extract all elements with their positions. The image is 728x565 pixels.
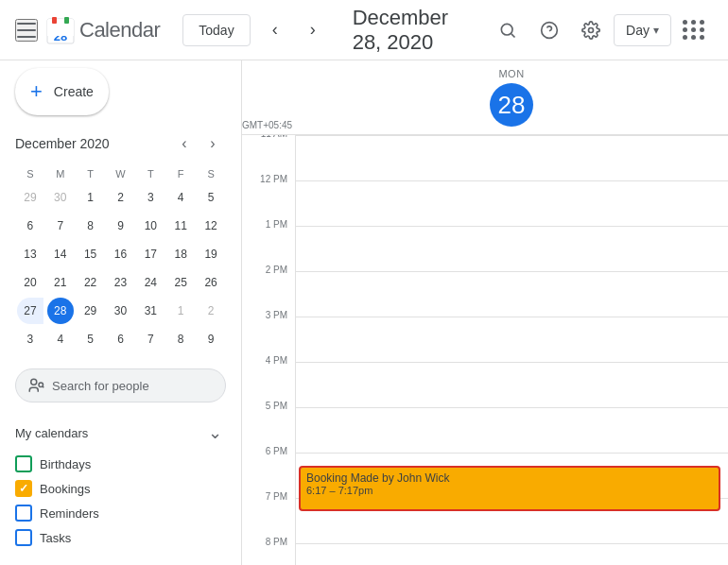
mini-cal-day-header: T [135,164,165,183]
my-calendars-header[interactable]: My calendars ⌄ [15,421,226,444]
bookings-checkbox[interactable]: ✓ [15,480,32,497]
mini-cal-day[interactable]: 24 [137,269,164,296]
mini-cal-day[interactable]: 11 [167,213,194,239]
help-button[interactable] [530,11,568,49]
mini-cal-day[interactable]: 6 [107,326,133,352]
top-header: 28 Calendar Today ‹ › December 28, 2020 [0,0,728,60]
mini-cal-day[interactable]: 4 [167,184,194,211]
mini-cal-day[interactable]: 13 [17,241,43,267]
time-row: 2 PM [242,271,728,317]
svg-line-10 [511,33,515,37]
birthdays-label: Birthdays [40,457,91,471]
mini-cal-day[interactable]: 7 [137,326,164,352]
time-col[interactable] [295,135,728,180]
mini-cal-day[interactable]: 7 [47,213,74,239]
mini-cal-day[interactable]: 8 [167,326,194,352]
mini-cal-prev[interactable]: ‹ [171,130,198,157]
mini-cal-day[interactable]: 16 [107,241,133,267]
mini-cal-day[interactable]: 19 [198,241,224,267]
mini-cal-day[interactable]: 17 [137,241,164,267]
mini-cal-next[interactable]: › [199,130,226,157]
gmt-label: GMT+05:45 [242,120,295,130]
birthdays-checkbox[interactable] [15,455,32,472]
my-calendars-title: My calendars [15,426,88,440]
next-button[interactable]: › [296,13,330,47]
create-button[interactable]: + Create [15,68,109,115]
mini-cal-day[interactable]: 27 [17,298,43,324]
sidebar: + Create December 2020 ‹ › SMTWTFS293012… [0,60,242,565]
settings-button[interactable] [572,11,610,49]
time-col[interactable] [295,362,728,407]
mini-cal-day[interactable]: 30 [47,184,74,211]
mini-cal-day[interactable]: 29 [78,298,104,324]
time-label: 12 PM [242,174,295,219]
svg-point-14 [31,379,37,385]
mini-cal-nav: ‹ › [171,130,226,157]
mini-cal-day[interactable]: 1 [78,184,104,211]
mini-cal-day[interactable]: 3 [137,184,164,211]
time-col[interactable] [295,180,728,226]
mini-cal-day[interactable]: 2 [107,184,133,211]
mini-cal-header: December 2020 ‹ › [15,130,226,157]
view-selector[interactable]: Day ▾ [614,14,671,46]
prev-button[interactable]: ‹ [258,13,292,47]
calendar-item-birthdays[interactable]: Birthdays [15,452,226,476]
search-people-input[interactable]: Search for people [15,368,226,402]
svg-point-13 [589,27,594,32]
time-col[interactable] [295,271,728,317]
mini-cal-day[interactable]: 9 [198,326,224,352]
apps-button[interactable] [675,11,713,49]
day-col-header: MON 28 [295,68,728,130]
calendar-item-bookings[interactable]: ✓ Bookings [15,476,226,501]
time-grid: 11 AM12 PM1 PM2 PM3 PM4 PM5 PM6 PM7 PM8 … [242,135,728,565]
calendar-item-reminders[interactable]: Reminders [15,501,226,525]
time-col[interactable] [295,407,728,453]
mini-cal-day-header: S [196,164,226,183]
mini-cal-day[interactable]: 14 [47,241,74,267]
time-col[interactable] [295,543,728,565]
mini-cal-day[interactable]: 29 [17,184,43,211]
search-button[interactable] [489,11,527,49]
mini-cal-day[interactable]: 25 [167,269,194,296]
mini-cal-day[interactable]: 21 [47,269,74,296]
mini-cal-day[interactable]: 3 [17,326,43,352]
mini-cal-day[interactable]: 26 [198,269,224,296]
mini-cal-day-header: M [45,164,76,183]
time-col[interactable] [295,226,728,271]
mini-cal-day[interactable]: 6 [17,213,43,239]
mini-cal-day[interactable]: 23 [107,269,133,296]
mini-cal-day[interactable]: 22 [78,269,104,296]
calendar-item-tasks[interactable]: Tasks [15,525,226,550]
mini-cal-day[interactable]: 9 [107,213,133,239]
mini-cal-day[interactable]: 12 [198,213,224,239]
event-block-booking[interactable]: Booking Made by John Wick6:17 – 7:17pm [299,466,720,511]
tasks-checkbox[interactable] [15,529,32,546]
day-name: MON [498,68,524,79]
menu-button[interactable] [15,19,38,42]
event-title: Booking Made by John Wick [306,471,713,485]
my-calendars-section: My calendars ⌄ Birthdays ✓ Bookings Remi… [15,421,226,550]
mini-cal-day[interactable]: 10 [137,213,164,239]
time-label: 8 PM [242,537,295,565]
mini-cal-day[interactable]: 30 [107,298,133,324]
header-icons: Day ▾ [489,11,713,49]
time-col[interactable] [295,317,728,362]
mini-cal-day[interactable]: 4 [47,326,74,352]
mini-cal-day[interactable]: 31 [137,298,164,324]
reminders-checkbox[interactable] [15,505,32,522]
mini-cal-day[interactable]: 2 [198,298,224,324]
mini-cal-day[interactable]: 18 [167,241,194,267]
time-row: 5 PM [242,407,728,453]
today-button[interactable]: Today [182,14,250,46]
search-icon [498,21,517,40]
mini-cal-day[interactable]: 8 [78,213,104,239]
mini-cal-day[interactable]: 5 [78,326,104,352]
mini-cal-day[interactable]: 15 [78,241,104,267]
mini-cal-day-header: T [76,164,106,183]
svg-rect-6 [47,25,60,36]
mini-cal-day[interactable]: 1 [167,298,194,324]
bookings-label: Bookings [40,482,90,496]
mini-cal-day[interactable]: 28 [47,298,74,324]
mini-cal-day[interactable]: 20 [17,269,43,296]
mini-cal-day[interactable]: 5 [198,184,224,211]
